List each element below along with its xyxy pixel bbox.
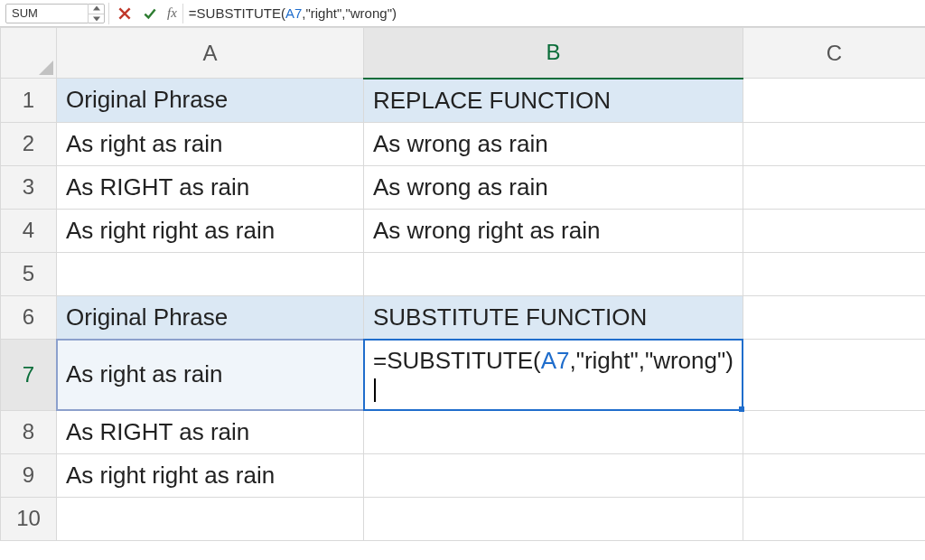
cell-A8[interactable]: As RIGHT as rain	[57, 410, 364, 453]
row-header-9[interactable]: 9	[1, 453, 57, 497]
row-header-7[interactable]: 7	[1, 339, 57, 410]
formula-text-ref: A7	[285, 5, 302, 21]
row-header-4[interactable]: 4	[1, 209, 57, 252]
cell-A4[interactable]: As right right as rain	[57, 209, 364, 252]
enter-check-icon[interactable]	[142, 5, 158, 22]
cell-C5[interactable]	[743, 252, 926, 295]
cell-C6[interactable]	[743, 295, 926, 339]
name-box[interactable]: SUM	[5, 4, 105, 23]
cell-B3[interactable]: As wrong as rain	[364, 165, 743, 209]
cell-B7-formula: =SUBSTITUTE(A7,"right","wrong")	[373, 347, 733, 402]
cell-B7[interactable]: =SUBSTITUTE(A7,"right","wrong")	[364, 339, 743, 410]
cell-A10[interactable]	[57, 497, 364, 540]
cell-C4[interactable]	[743, 209, 926, 252]
cell-A2[interactable]: As right as rain	[57, 122, 364, 165]
row-header-1[interactable]: 1	[1, 79, 57, 123]
cell-A6[interactable]: Original Phrase	[57, 295, 364, 339]
cell-C10[interactable]	[743, 497, 926, 540]
col-header-B[interactable]: B	[364, 28, 743, 79]
divider	[108, 3, 109, 24]
formula-input[interactable]: =SUBSTITUTE(A7,"right","wrong")	[182, 4, 925, 23]
name-box-value: SUM	[6, 6, 88, 20]
row-header-3[interactable]: 3	[1, 165, 57, 209]
cell-A3[interactable]: As RIGHT as rain	[57, 165, 364, 209]
cell-B8[interactable]	[364, 410, 743, 453]
row-header-2[interactable]: 2	[1, 122, 57, 165]
fx-icon[interactable]: fx	[167, 5, 177, 21]
cell-B5[interactable]	[364, 252, 743, 295]
cell-A7[interactable]: As right as rain	[57, 339, 364, 410]
spreadsheet-app: SUM fx =SUBSTITUTE(A7,"right","wrong")	[0, 0, 925, 560]
cell-C2[interactable]	[743, 122, 926, 165]
cell-C9[interactable]	[743, 453, 926, 497]
cell-B10[interactable]	[364, 497, 743, 540]
name-box-stepper	[88, 4, 104, 23]
cell-B6[interactable]: SUBSTITUTE FUNCTION	[364, 295, 743, 339]
cell-A7-value: As right as rain	[66, 360, 222, 387]
select-all-corner[interactable]	[1, 28, 57, 79]
cell-B2[interactable]: As wrong as rain	[364, 122, 743, 165]
cell-B1[interactable]: REPLACE FUNCTION	[364, 79, 743, 123]
row-header-8[interactable]: 8	[1, 410, 57, 453]
name-box-step-up[interactable]	[89, 4, 104, 14]
col-header-C[interactable]: C	[743, 28, 926, 79]
text-caret	[374, 378, 376, 402]
formula-bar: SUM fx =SUBSTITUTE(A7,"right","wrong")	[0, 0, 925, 27]
cell-C8[interactable]	[743, 410, 926, 453]
cell-B4[interactable]: As wrong right as rain	[364, 209, 743, 252]
formula-text-suffix: ,"right","wrong")	[302, 5, 397, 21]
row-header-6[interactable]: 6	[1, 295, 57, 339]
cell-B9[interactable]	[364, 453, 743, 497]
cancel-icon[interactable]	[117, 5, 133, 22]
row-header-5[interactable]: 5	[1, 252, 57, 295]
name-box-step-down[interactable]	[89, 14, 104, 23]
spreadsheet-grid: A B C 1 Original Phrase REPLACE FUNCTION…	[0, 27, 925, 541]
cell-A9[interactable]: As right right as rain	[57, 453, 364, 497]
formula-text-prefix: =SUBSTITUTE(	[189, 5, 285, 21]
cell-C7[interactable]	[743, 339, 926, 410]
formula-controls: fx	[117, 5, 177, 22]
cell-C3[interactable]	[743, 165, 926, 209]
cell-C1[interactable]	[743, 79, 926, 123]
col-header-A[interactable]: A	[57, 28, 364, 79]
cell-A5[interactable]	[57, 252, 364, 295]
cell-A1[interactable]: Original Phrase	[57, 79, 364, 123]
row-header-10[interactable]: 10	[1, 497, 57, 540]
